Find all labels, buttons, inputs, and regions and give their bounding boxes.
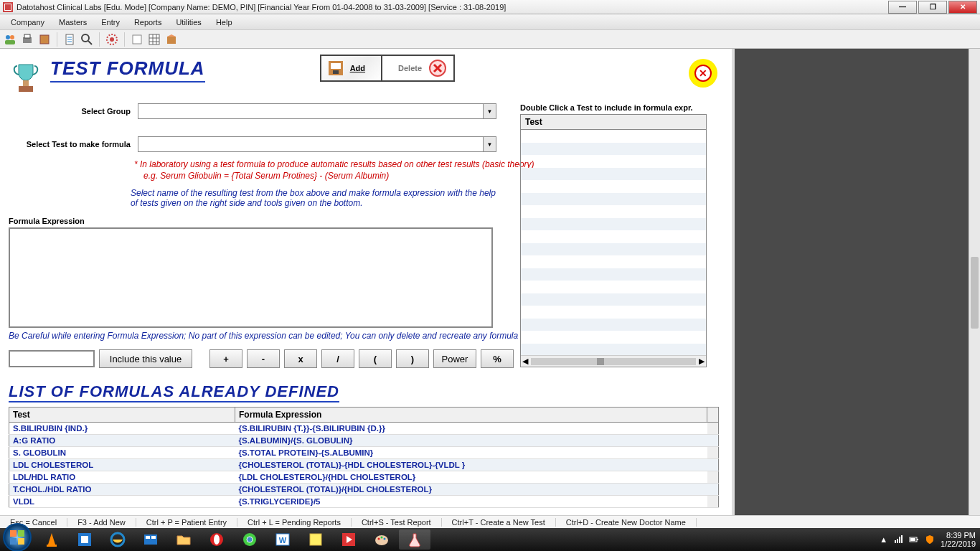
taskbar-vlc-icon[interactable] bbox=[36, 529, 67, 550]
col-expr-header[interactable]: Formula Expression bbox=[235, 408, 707, 423]
toolbar bbox=[0, 30, 980, 49]
status-ctrls[interactable]: Ctrl+S - Test Report bbox=[352, 518, 442, 527]
status-ctrlp[interactable]: Ctrl + P = Patient Entry bbox=[136, 518, 237, 527]
export-icon[interactable] bbox=[38, 33, 51, 46]
note-icon[interactable] bbox=[131, 33, 143, 46]
minus-button[interactable]: - bbox=[247, 349, 280, 368]
multiply-button[interactable]: x bbox=[284, 349, 317, 368]
menu-reports[interactable]: Reports bbox=[127, 16, 169, 29]
grid-icon[interactable] bbox=[148, 33, 161, 46]
taskbar-opera-icon[interactable] bbox=[201, 529, 232, 550]
status-ctrll[interactable]: Ctrl + L = Pending Reports bbox=[237, 518, 352, 527]
col-test-header[interactable]: Test bbox=[9, 408, 235, 423]
test-list-body[interactable] bbox=[521, 130, 706, 355]
table-row[interactable]: LDL CHOLESTEROL{CHOLESTEROL (TOTAL)}-{HD… bbox=[9, 459, 719, 471]
select-group-dropdown[interactable]: ▼ bbox=[138, 103, 496, 119]
search-icon[interactable] bbox=[80, 33, 93, 46]
window-title: Datotahost Clinical Labs [Edu. Mode] [Co… bbox=[17, 3, 888, 11]
delete-button[interactable]: Delete bbox=[382, 56, 453, 80]
svg-point-3 bbox=[6, 35, 10, 39]
svg-rect-14 bbox=[133, 35, 141, 44]
vertical-scrollbar[interactable] bbox=[969, 49, 980, 515]
svg-rect-42 bbox=[310, 534, 321, 545]
table-row[interactable]: S. GLOBULIN{S.TOTAL PROTEIN}-{S.ALBUMIN} bbox=[9, 447, 719, 459]
value-input[interactable] bbox=[9, 350, 95, 367]
tray-wifi-icon[interactable] bbox=[893, 534, 903, 545]
doc-icon[interactable] bbox=[63, 33, 76, 46]
lparen-button[interactable]: ( bbox=[359, 349, 392, 368]
tray-up-icon[interactable]: ▲ bbox=[880, 535, 887, 544]
taskbar-app1-icon[interactable] bbox=[69, 529, 100, 550]
svg-line-11 bbox=[88, 41, 92, 44]
tray-shield-icon[interactable] bbox=[925, 534, 935, 545]
select-test-dropdown[interactable]: ▼ bbox=[138, 136, 496, 152]
taskbar-app2-icon[interactable] bbox=[135, 529, 166, 550]
cell-expr: {S.TOTAL PROTEIN}-{S.ALBUMIN} bbox=[235, 447, 707, 459]
taskbar-word-icon[interactable]: W bbox=[267, 529, 298, 550]
svg-rect-7 bbox=[24, 34, 30, 38]
table-row[interactable]: T.CHOL./HDL RATIO{CHOLESTEROL (TOTAL)}/{… bbox=[9, 484, 719, 496]
table-row[interactable]: A:G RATIO{S.ALBUMIN}/{S. GLOBULIN} bbox=[9, 435, 719, 447]
package-icon[interactable] bbox=[165, 33, 178, 46]
system-tray: ▲ 8:39 PM 1/22/2019 bbox=[880, 531, 976, 548]
menu-masters[interactable]: Masters bbox=[52, 16, 94, 29]
test-column-header[interactable]: Test bbox=[521, 115, 706, 130]
add-button[interactable]: Add bbox=[321, 56, 382, 80]
table-row[interactable]: LDL/HDL RATIO{LDL CHOLESTEROL}/{HDL CHOL… bbox=[9, 471, 719, 484]
users-icon[interactable] bbox=[4, 33, 17, 46]
svg-point-10 bbox=[82, 34, 89, 42]
plus-button[interactable]: + bbox=[209, 349, 242, 368]
menu-utilities[interactable]: Utilities bbox=[169, 16, 208, 29]
taskbar-notes-icon[interactable] bbox=[300, 529, 331, 550]
status-ctrlt[interactable]: Ctrl+T - Create a New Test bbox=[442, 518, 556, 527]
window-close-button[interactable]: ✕ bbox=[948, 1, 977, 14]
taskbar-app3-icon[interactable] bbox=[333, 529, 364, 550]
add-label: Add bbox=[350, 64, 365, 72]
chevron-down-icon[interactable]: ▼ bbox=[483, 137, 496, 151]
taskbar-paint-icon[interactable] bbox=[366, 529, 397, 550]
svg-point-46 bbox=[381, 537, 383, 539]
svg-rect-16 bbox=[167, 37, 176, 44]
cell-expr: {S.ALBUMIN}/{S. GLOBULIN} bbox=[235, 435, 707, 447]
taskbar-explorer-icon[interactable] bbox=[168, 529, 199, 550]
svg-point-23 bbox=[4, 524, 30, 550]
menu-company[interactable]: Company bbox=[4, 16, 52, 29]
include-value-button[interactable]: Include this value bbox=[99, 349, 192, 368]
table-row[interactable]: S.BILIRUBIN {IND.}{S.BILIRUBIN {T.}}-{S.… bbox=[9, 423, 719, 435]
add-delete-bar: Add Delete bbox=[320, 55, 455, 82]
minimize-button[interactable]: — bbox=[888, 1, 917, 14]
taskbar-labapp-icon[interactable] bbox=[399, 529, 430, 550]
status-f3[interactable]: F3 - Add New bbox=[67, 518, 136, 527]
chevron-down-icon[interactable]: ▼ bbox=[483, 104, 496, 118]
power-button[interactable]: Power bbox=[433, 349, 476, 368]
gear-icon[interactable] bbox=[105, 33, 118, 46]
print-icon[interactable] bbox=[21, 33, 34, 46]
cell-test: LDL/HDL RATIO bbox=[9, 471, 235, 484]
divide-button[interactable]: / bbox=[321, 349, 354, 368]
test-hscrollbar[interactable]: ◀ ▶ bbox=[521, 355, 706, 367]
svg-rect-18 bbox=[19, 86, 33, 92]
content-pane: TEST FORMULA Add Delete ✕ Select Group ▼ bbox=[0, 49, 732, 515]
svg-rect-2 bbox=[5, 4, 11, 10]
close-panel-button[interactable]: ✕ bbox=[689, 59, 717, 88]
status-ctrld[interactable]: Ctrl+D - Create New Doctor Name bbox=[556, 518, 697, 527]
tray-battery-icon[interactable] bbox=[909, 534, 919, 545]
scroll-left-icon[interactable]: ◀ bbox=[522, 357, 528, 366]
tray-clock[interactable]: 8:39 PM 1/22/2019 bbox=[941, 531, 976, 548]
start-button[interactable] bbox=[3, 523, 32, 551]
cell-scroll bbox=[707, 435, 719, 447]
table-row[interactable]: VLDL{S.TRIGLYCERIDE}/5 bbox=[9, 496, 719, 508]
toolbar-separator bbox=[99, 32, 100, 47]
close-icon: ✕ bbox=[694, 65, 712, 82]
menu-entry[interactable]: Entry bbox=[94, 16, 127, 29]
taskbar: W ▲ 8:39 PM 1/22/2019 bbox=[0, 528, 980, 551]
formula-expression-input[interactable] bbox=[9, 227, 493, 328]
percent-button[interactable]: % bbox=[481, 349, 514, 368]
menu-help[interactable]: Help bbox=[209, 16, 240, 29]
taskbar-chrome-icon[interactable] bbox=[234, 529, 265, 550]
svg-rect-15 bbox=[149, 34, 159, 44]
scroll-right-icon[interactable]: ▶ bbox=[699, 357, 705, 366]
taskbar-ie-icon[interactable] bbox=[102, 529, 133, 550]
rparen-button[interactable]: ) bbox=[396, 349, 429, 368]
maximize-button[interactable]: ❐ bbox=[918, 1, 947, 14]
